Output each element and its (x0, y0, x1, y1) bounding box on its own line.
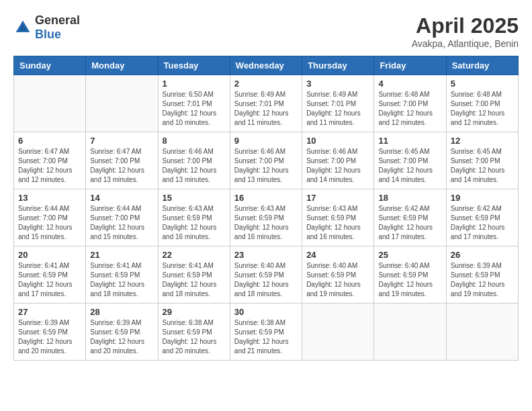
day-info: Sunrise: 6:50 AM Sunset: 7:01 PM Dayligh… (163, 90, 226, 128)
header: General Blue April 2025 Avakpa, Atlantiq… (13, 13, 519, 49)
calendar-cell: 24Sunrise: 6:40 AM Sunset: 6:59 PM Dayli… (302, 246, 374, 304)
calendar-cell (446, 304, 518, 361)
header-day-tuesday: Tuesday (158, 56, 230, 75)
week-row-5: 27Sunrise: 6:39 AM Sunset: 6:59 PM Dayli… (14, 304, 519, 361)
week-row-2: 6Sunrise: 6:47 AM Sunset: 7:00 PM Daylig… (14, 132, 519, 189)
day-info: Sunrise: 6:41 AM Sunset: 6:59 PM Dayligh… (163, 261, 226, 299)
calendar-cell: 15Sunrise: 6:43 AM Sunset: 6:59 PM Dayli… (158, 189, 230, 246)
day-number: 5 (451, 79, 514, 89)
calendar-cell: 12Sunrise: 6:45 AM Sunset: 7:00 PM Dayli… (446, 132, 518, 189)
calendar-cell: 28Sunrise: 6:39 AM Sunset: 6:59 PM Dayli… (86, 304, 158, 361)
day-number: 20 (18, 250, 81, 260)
logo: General Blue (13, 13, 80, 42)
day-info: Sunrise: 6:40 AM Sunset: 6:59 PM Dayligh… (306, 261, 369, 299)
logo-text: General Blue (35, 13, 80, 42)
day-number: 21 (90, 250, 153, 260)
week-row-3: 13Sunrise: 6:44 AM Sunset: 7:00 PM Dayli… (14, 189, 519, 246)
calendar-cell: 16Sunrise: 6:43 AM Sunset: 6:59 PM Dayli… (230, 189, 302, 246)
day-number: 18 (378, 193, 441, 203)
calendar-cell: 2Sunrise: 6:49 AM Sunset: 7:01 PM Daylig… (230, 75, 302, 132)
month-title: April 2025 (412, 13, 519, 38)
day-number: 17 (306, 193, 369, 203)
day-number: 1 (163, 79, 226, 89)
header-day-thursday: Thursday (302, 56, 374, 75)
day-info: Sunrise: 6:48 AM Sunset: 7:00 PM Dayligh… (451, 90, 514, 128)
calendar-cell: 5Sunrise: 6:48 AM Sunset: 7:00 PM Daylig… (446, 75, 518, 132)
location-subtitle: Avakpa, Atlantique, Benin (412, 38, 519, 49)
calendar-cell (86, 75, 158, 132)
week-row-1: 1Sunrise: 6:50 AM Sunset: 7:01 PM Daylig… (14, 75, 519, 132)
day-info: Sunrise: 6:42 AM Sunset: 6:59 PM Dayligh… (451, 204, 514, 242)
day-number: 13 (18, 193, 81, 203)
calendar-cell: 4Sunrise: 6:48 AM Sunset: 7:00 PM Daylig… (374, 75, 446, 132)
calendar-cell: 10Sunrise: 6:46 AM Sunset: 7:00 PM Dayli… (302, 132, 374, 189)
day-number: 12 (451, 136, 514, 146)
day-number: 22 (163, 250, 226, 260)
day-info: Sunrise: 6:45 AM Sunset: 7:00 PM Dayligh… (451, 147, 514, 185)
calendar-cell: 21Sunrise: 6:41 AM Sunset: 6:59 PM Dayli… (86, 246, 158, 304)
day-number: 11 (378, 136, 441, 146)
day-number: 15 (163, 193, 226, 203)
header-day-saturday: Saturday (446, 56, 518, 75)
day-info: Sunrise: 6:44 AM Sunset: 7:00 PM Dayligh… (90, 204, 153, 242)
day-number: 4 (378, 79, 441, 89)
title-area: April 2025 Avakpa, Atlantique, Benin (412, 13, 519, 49)
calendar-cell: 3Sunrise: 6:49 AM Sunset: 7:01 PM Daylig… (302, 75, 374, 132)
day-info: Sunrise: 6:49 AM Sunset: 7:01 PM Dayligh… (306, 90, 369, 128)
calendar-cell: 22Sunrise: 6:41 AM Sunset: 6:59 PM Dayli… (158, 246, 230, 304)
calendar-cell: 9Sunrise: 6:46 AM Sunset: 7:00 PM Daylig… (230, 132, 302, 189)
calendar-cell: 18Sunrise: 6:42 AM Sunset: 6:59 PM Dayli… (374, 189, 446, 246)
day-number: 25 (378, 250, 441, 260)
calendar-cell (302, 304, 374, 361)
day-info: Sunrise: 6:39 AM Sunset: 6:59 PM Dayligh… (90, 318, 153, 356)
logo-blue: Blue (35, 28, 61, 41)
day-info: Sunrise: 6:49 AM Sunset: 7:01 PM Dayligh… (234, 90, 298, 128)
calendar-cell: 6Sunrise: 6:47 AM Sunset: 7:00 PM Daylig… (14, 132, 86, 189)
logo-icon (13, 18, 32, 37)
day-info: Sunrise: 6:46 AM Sunset: 7:00 PM Dayligh… (163, 147, 226, 185)
day-info: Sunrise: 6:41 AM Sunset: 6:59 PM Dayligh… (90, 261, 153, 299)
day-number: 8 (163, 136, 226, 146)
day-info: Sunrise: 6:39 AM Sunset: 6:59 PM Dayligh… (451, 261, 514, 299)
calendar-table: SundayMondayTuesdayWednesdayThursdayFrid… (13, 56, 519, 361)
calendar-cell: 26Sunrise: 6:39 AM Sunset: 6:59 PM Dayli… (446, 246, 518, 304)
day-info: Sunrise: 6:40 AM Sunset: 6:59 PM Dayligh… (234, 261, 298, 299)
day-info: Sunrise: 6:40 AM Sunset: 6:59 PM Dayligh… (378, 261, 441, 299)
day-info: Sunrise: 6:38 AM Sunset: 6:59 PM Dayligh… (234, 318, 298, 356)
calendar-header: SundayMondayTuesdayWednesdayThursdayFrid… (14, 56, 519, 75)
day-number: 2 (234, 79, 298, 89)
day-info: Sunrise: 6:42 AM Sunset: 6:59 PM Dayligh… (378, 204, 441, 242)
calendar-cell: 20Sunrise: 6:41 AM Sunset: 6:59 PM Dayli… (14, 246, 86, 304)
calendar-cell: 27Sunrise: 6:39 AM Sunset: 6:59 PM Dayli… (14, 304, 86, 361)
day-number: 14 (90, 193, 153, 203)
day-number: 3 (306, 79, 369, 89)
calendar-cell: 19Sunrise: 6:42 AM Sunset: 6:59 PM Dayli… (446, 189, 518, 246)
day-number: 29 (163, 307, 226, 317)
day-info: Sunrise: 6:46 AM Sunset: 7:00 PM Dayligh… (234, 147, 298, 185)
calendar-cell: 17Sunrise: 6:43 AM Sunset: 6:59 PM Dayli… (302, 189, 374, 246)
header-day-sunday: Sunday (14, 56, 86, 75)
day-number: 19 (451, 193, 514, 203)
day-number: 7 (90, 136, 153, 146)
calendar-cell: 1Sunrise: 6:50 AM Sunset: 7:01 PM Daylig… (158, 75, 230, 132)
day-info: Sunrise: 6:39 AM Sunset: 6:59 PM Dayligh… (18, 318, 81, 356)
day-number: 27 (18, 307, 81, 317)
calendar-cell: 8Sunrise: 6:46 AM Sunset: 7:00 PM Daylig… (158, 132, 230, 189)
header-day-monday: Monday (86, 56, 158, 75)
day-number: 24 (306, 250, 369, 260)
day-number: 6 (18, 136, 81, 146)
svg-rect-2 (19, 30, 26, 32)
calendar-cell: 30Sunrise: 6:38 AM Sunset: 6:59 PM Dayli… (230, 304, 302, 361)
day-info: Sunrise: 6:47 AM Sunset: 7:00 PM Dayligh… (90, 147, 153, 185)
calendar-cell: 11Sunrise: 6:45 AM Sunset: 7:00 PM Dayli… (374, 132, 446, 189)
calendar-cell (374, 304, 446, 361)
logo-general: General (35, 13, 80, 27)
day-info: Sunrise: 6:47 AM Sunset: 7:00 PM Dayligh… (18, 147, 81, 185)
day-info: Sunrise: 6:43 AM Sunset: 6:59 PM Dayligh… (234, 204, 298, 242)
calendar-cell: 23Sunrise: 6:40 AM Sunset: 6:59 PM Dayli… (230, 246, 302, 304)
day-number: 10 (306, 136, 369, 146)
day-info: Sunrise: 6:45 AM Sunset: 7:00 PM Dayligh… (378, 147, 441, 185)
day-info: Sunrise: 6:43 AM Sunset: 6:59 PM Dayligh… (306, 204, 369, 242)
header-day-friday: Friday (374, 56, 446, 75)
header-day-wednesday: Wednesday (230, 56, 302, 75)
